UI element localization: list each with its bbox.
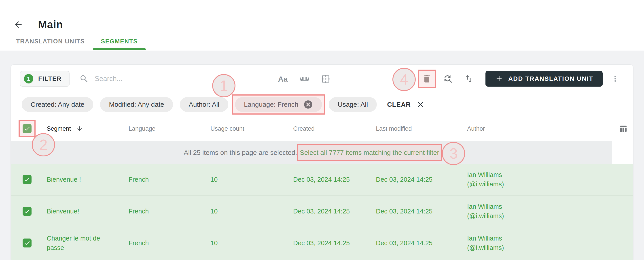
filter-chip-created[interactable]: Created: Any date [22,97,93,112]
column-header-author[interactable]: Author [467,125,612,132]
column-header-usage-count[interactable]: Usage count [210,125,293,132]
author-cell: Ian Williams (@i.williams) [467,170,612,189]
created-cell: Dec 03, 2024 14:25 [293,206,376,216]
import-export-icon [464,74,474,84]
annotation-box-select-all-checkbox [18,120,36,137]
add-translation-unit-button[interactable]: ADD TRANSLATION UNIT [486,71,603,87]
more-options-button[interactable] [610,73,620,84]
last-modified-cell: Dec 03, 2024 14:25 [376,175,467,184]
annotation-box-language-chip [232,94,325,115]
whole-word-icon [299,74,310,84]
plus-icon [495,75,503,83]
clear-filters-button[interactable]: CLEAR [387,101,424,108]
table-header-row: Segment Language Usage count Created Las… [11,116,633,141]
column-settings-button[interactable] [619,124,633,133]
match-case-icon: Aa [278,75,288,84]
row-checkbox[interactable] [22,238,32,247]
filter-count-badge: 1 [24,74,33,84]
match-tags-button[interactable] [320,74,331,84]
created-cell: Dec 03, 2024 14:25 [293,175,376,184]
banner-gutter [612,141,633,164]
annotation-marker-2: 2 [32,133,55,156]
filter-chip-usage[interactable]: Usage: All [329,97,377,112]
check-icon [24,208,30,214]
table-row[interactable]: Bienvenue ! French 10 Dec 03, 2024 14:25… [11,164,633,195]
author-cell: Ian Williams (@i.williams) [467,202,612,221]
annotation-box-select-all-link [297,144,442,161]
usage-count-cell: 10 [210,238,293,248]
filter-chip-modified[interactable]: Modified: Any date [100,97,173,112]
tab-bar: TRANSLATION UNITS SEGMENTS [8,33,146,50]
author-cell: Ian Williams (@i.williams) [467,233,612,252]
page-header: Main TRANSLATION UNITS SEGMENTS [0,0,644,50]
last-modified-cell: Dec 03, 2024 14:25 [376,206,467,216]
toolbar-actions: ADD TRANSLATION UNIT [422,71,620,87]
filter-button[interactable]: 1 FILTER [20,71,70,87]
toolbar: 1 FILTER Aa [11,65,633,93]
table-row[interactable]: Bienvenue! French 10 Dec 03, 2024 14:25 … [11,195,633,227]
search-icon [80,74,89,84]
segment-cell: Bienvenue! [47,206,128,216]
row-checkbox[interactable] [22,175,32,184]
annotation-marker-1: 1 [212,74,236,97]
sort-button[interactable] [464,73,474,84]
check-icon [24,176,30,183]
table-row[interactable]: Changer le mot de passe French 10 Dec 03… [11,227,633,259]
annotation-marker-4: 4 [392,68,416,91]
search-input[interactable] [94,75,188,83]
close-icon [417,101,424,108]
whole-word-button[interactable] [299,74,310,84]
segment-cell: Changer le mot de passe [47,233,128,252]
last-modified-cell: Dec 03, 2024 14:25 [376,238,467,248]
filter-chip-author[interactable]: Author: All [180,97,228,112]
column-header-language[interactable]: Language [128,125,210,132]
column-header-last-modified[interactable]: Last modified [376,125,467,132]
segments-panel: 1 FILTER Aa [11,65,633,260]
match-tags-icon [320,74,331,84]
match-case-button[interactable]: Aa [278,74,288,84]
segment-cell: Bienvenue ! [47,175,128,184]
kebab-icon [611,75,619,83]
language-cell: French [128,175,210,184]
usage-count-cell: 10 [210,175,293,184]
language-cell: French [128,206,210,216]
page-title: Main [38,18,63,31]
column-header-created[interactable]: Created [293,125,376,132]
created-cell: Dec 03, 2024 14:25 [293,238,376,248]
selection-banner-text: All 25 items on this page are selected. [184,149,297,156]
arrow-left-icon [14,20,23,30]
next-row-partial [11,259,633,260]
find-replace-icon [443,74,453,84]
check-icon [24,240,30,246]
columns-icon [619,124,628,133]
language-cell: French [128,238,210,248]
row-checkbox[interactable] [22,207,32,216]
tab-segments[interactable]: SEGMENTS [93,33,146,50]
tab-translation-units[interactable]: TRANSLATION UNITS [8,33,93,50]
search-options: Aa [278,65,331,93]
usage-count-cell: 10 [210,206,293,216]
annotation-marker-3: 3 [442,142,465,165]
column-header-segment[interactable]: Segment [47,125,128,132]
search-box [80,74,188,84]
back-button[interactable] [13,19,24,30]
annotation-box-trash [418,70,436,88]
find-replace-button[interactable] [442,73,453,84]
sort-descending-icon [76,125,83,132]
